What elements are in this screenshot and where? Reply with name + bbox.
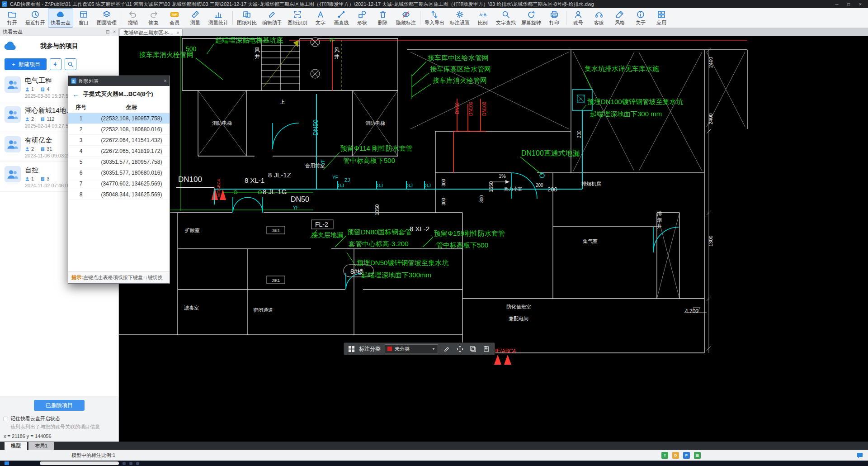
remember-checkbox-row[interactable]: 记住快看云盘开启状态 — [0, 415, 118, 423]
coordinate-row[interactable]: 6(30351.577, 180680.016) — [68, 167, 170, 178]
toolbar-button-undo[interactable]: 撤销 — [123, 8, 143, 28]
toolbar-button-window[interactable]: 窗口 — [73, 8, 94, 28]
project-name: 湖心新城14地... — [25, 106, 72, 115]
search-project-button[interactable] — [65, 58, 76, 70]
toolbar-button-cloud[interactable]: 快看云盘 — [48, 8, 73, 28]
graphics-panel-titlebar[interactable]: 图 图形列表 × — [68, 76, 170, 86]
toolbar-button-ruler[interactable]: 测量 — [185, 8, 206, 28]
cad-text: 2400 — [708, 57, 713, 68]
project-avatar — [5, 106, 21, 123]
toolbar-button-ratio[interactable]: A:B比例 — [472, 8, 493, 28]
toolbar-button-rotate[interactable]: 屏幕旋转 — [519, 8, 544, 28]
toolbar-button-service[interactable]: 客服 — [589, 8, 609, 28]
toolbar-button-gear[interactable]: 标注设置 — [447, 8, 472, 28]
export-dwg-icon[interactable]: D — [672, 452, 679, 459]
row-coordinate: (35048.344, 134625.569) — [94, 191, 170, 198]
cad-text: 滤毒室 — [184, 305, 199, 310]
coordinate-row[interactable]: 8(35048.344, 134625.569) — [68, 189, 170, 200]
toolbar-button-vip[interactable]: VIP会员 — [164, 8, 185, 28]
cad-text: 套管中心标高-3.200 — [349, 240, 409, 247]
toolbar-button-redo[interactable]: 恢复 — [143, 8, 164, 28]
toolbar-button-stats[interactable]: 测量统计 — [206, 8, 231, 28]
cad-door-arcs — [233, 123, 679, 290]
toolbar-button-print[interactable]: 打印 — [544, 8, 565, 28]
layout-view-icon[interactable]: ▦ — [694, 452, 701, 459]
toolbar-button-impexp[interactable]: 导入导出 — [422, 8, 447, 28]
toolbar-button-line[interactable]: 画直线 — [331, 8, 352, 28]
model-tab-模型[interactable]: 模型 — [5, 442, 27, 450]
taskbar-app-icon[interactable] — [123, 462, 126, 465]
paste-annotation-button[interactable] — [481, 344, 491, 353]
cad-text: 接夹层地漏 — [311, 231, 343, 238]
toolbar-button-about[interactable]: 关于 — [630, 8, 651, 28]
row-coordinate: (22672.065, 141819.172) — [94, 148, 170, 154]
category-dropdown[interactable]: 未分类 ▼ — [385, 344, 438, 353]
support-chat-icon[interactable] — [856, 452, 863, 459]
taskbar-app-icon[interactable] — [136, 462, 139, 465]
coordinate-row[interactable]: 2(22532.108, 180680.016) — [68, 124, 170, 135]
close-button[interactable]: × — [854, 0, 866, 8]
toolbar-button-style[interactable]: 风格 — [609, 8, 630, 28]
maximize-button[interactable]: □ — [843, 0, 854, 8]
cad-text: 预留Φ114 刚性防水套管 — [340, 144, 413, 152]
toolbar-button-scan[interactable]: 图纸识别 — [285, 8, 310, 28]
coordinate-row[interactable]: 1(22532.108, 180957.758) — [68, 113, 170, 124]
back-arrow-icon[interactable]: ← — [72, 90, 79, 98]
model-tab-布局1[interactable]: 布局1 — [28, 442, 54, 450]
close-sidebar-icon[interactable]: × — [113, 29, 116, 34]
copy-annotation-button[interactable] — [468, 344, 477, 353]
toolbar-button-hide[interactable]: 隐藏标注 — [393, 8, 419, 28]
toolbar-label: 应用 — [656, 19, 666, 26]
toolbar-button-folder[interactable]: 打开 — [2, 8, 23, 28]
toolbar-button-trash[interactable]: 删除 — [373, 8, 393, 28]
row-index: 7 — [68, 181, 94, 187]
toolbar-label: 标注设置 — [450, 19, 470, 26]
svg-text:VIP: VIP — [172, 13, 177, 16]
taskbar-search[interactable] — [40, 461, 119, 465]
coordinate-row[interactable]: 3(22672.064, 141541.432) — [68, 135, 170, 146]
close-panel-icon[interactable]: × — [164, 78, 167, 84]
toolbar-button-text[interactable]: 文字 — [310, 8, 331, 28]
start-button[interactable] — [5, 461, 9, 465]
coordinate-row[interactable]: 4(22672.065, 141819.172) — [68, 146, 170, 157]
minimize-button[interactable]: ─ — [831, 0, 843, 8]
sync-button[interactable] — [50, 58, 61, 70]
toolbar-button-shapes[interactable]: 形状 — [352, 8, 373, 28]
coordinate-row[interactable]: 7(34770.602, 134625.569) — [68, 178, 170, 189]
plus-icon: ＋ — [11, 61, 16, 68]
export-image-icon[interactable]: ⇪ — [661, 452, 668, 459]
toolbar-button-compare[interactable]: 图纸对比 — [234, 8, 259, 28]
toolbar-button-user[interactable]: 账号 — [568, 8, 589, 28]
file-count: 3 — [40, 176, 49, 181]
edit-annotation-button[interactable] — [442, 344, 451, 353]
category-color-swatch — [387, 347, 392, 351]
new-project-button[interactable]: ＋ 新建项目 — [5, 58, 47, 70]
cad-text: 1050 — [374, 204, 380, 215]
close-tab-icon[interactable]: × — [177, 30, 179, 35]
cad-canvas[interactable]: 起端埋深贴电梯基坑底500接车库消火栓管网YF接车库中区给水管网接车库高区给水管… — [119, 36, 868, 442]
grid-icon[interactable] — [348, 346, 355, 352]
document-tab[interactable]: 龙域华都三期东区-8-... × — [120, 29, 183, 36]
find-icon — [501, 10, 510, 19]
toolbar-button-find[interactable]: 文字查找 — [493, 8, 519, 28]
toolbar-button-layers[interactable]: 图层管理 — [94, 8, 119, 28]
deleted-projects-button[interactable]: 已删除项目 — [34, 400, 85, 411]
float-panel-icon[interactable]: ⊡ — [106, 29, 109, 34]
file-count: 112 — [40, 116, 55, 122]
taskbar-app-icon[interactable] — [129, 462, 132, 465]
project-avatar — [5, 166, 21, 182]
coordinate-row[interactable]: 5(30351.577, 180957.758) — [68, 157, 170, 167]
move-annotation-button[interactable] — [455, 344, 464, 353]
toolbar-button-pencil[interactable]: 编辑助手 — [259, 8, 285, 28]
ratio-icon: A:B — [478, 10, 487, 19]
row-index: 3 — [68, 137, 94, 143]
row-coordinate: (30351.577, 180680.016) — [94, 170, 170, 176]
remember-checkbox[interactable] — [4, 417, 8, 421]
sync-lightning-icon — [52, 61, 59, 67]
toolbar-button-clock[interactable]: 最近打开 — [23, 8, 48, 28]
export-pdf-icon[interactable]: P — [683, 452, 690, 459]
cad-text: DN100 — [482, 101, 487, 116]
cad-text: 防化值班室 — [506, 304, 531, 309]
row-index: 1 — [68, 115, 94, 122]
toolbar-button-apps[interactable]: 应用 — [651, 8, 672, 28]
